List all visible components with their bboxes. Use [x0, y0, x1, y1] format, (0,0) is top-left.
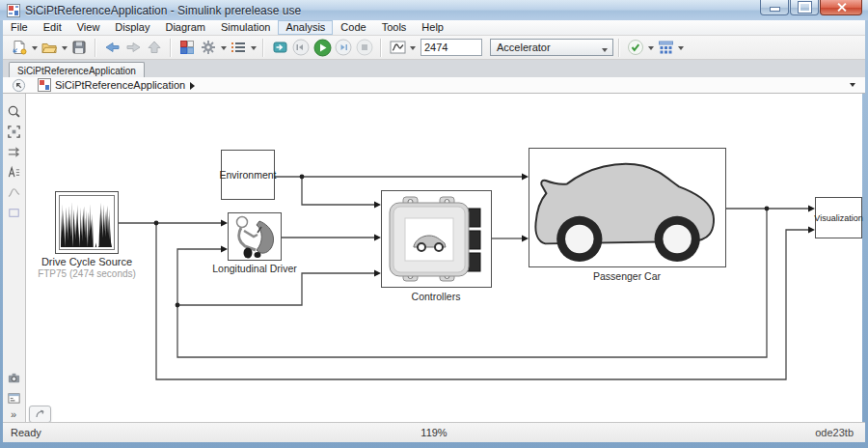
library-browser-button[interactable]	[177, 37, 197, 58]
menu-bar: File Edit View Display Diagram Simulatio…	[3, 20, 865, 36]
signal-list-icon	[231, 40, 246, 55]
breadcrumb-root[interactable]: SiCiPtReferenceApplication	[55, 79, 185, 91]
pan-tool-button[interactable]	[3, 142, 24, 162]
new-model-button[interactable]	[10, 37, 29, 58]
menu-edit[interactable]: Edit	[36, 20, 69, 35]
model-settings-dropdown[interactable]	[221, 46, 227, 53]
run-button[interactable]	[312, 37, 332, 58]
menu-simulation[interactable]: Simulation	[213, 20, 278, 35]
back-button[interactable]	[102, 37, 122, 58]
build-dropdown[interactable]	[678, 46, 684, 53]
zoom-tool-button[interactable]	[3, 101, 24, 122]
toolbar-separator	[95, 39, 96, 57]
navigate-back-button[interactable]	[12, 78, 26, 93]
canvas-popout-button[interactable]	[29, 406, 51, 423]
block-label-environment: Environment	[220, 169, 277, 181]
scope-button[interactable]	[388, 37, 407, 58]
fit-view-icon	[7, 125, 21, 139]
fit-to-view-button[interactable]	[3, 122, 24, 142]
region-box-icon	[7, 206, 21, 220]
model-tab[interactable]: SiCiPtReferenceApplication	[9, 62, 145, 78]
toolbar: Accelerator	[3, 36, 865, 60]
menu-view[interactable]: View	[69, 20, 108, 35]
open-button[interactable]	[40, 37, 59, 58]
annotation-tool-button[interactable]	[3, 162, 24, 182]
title-bar[interactable]: SiCiPtReferenceApplication - Simulink pr…	[0, 0, 868, 20]
signal-table-dropdown[interactable]	[251, 46, 257, 53]
block-passenger-car[interactable]	[529, 148, 726, 267]
block-controllers[interactable]	[381, 190, 492, 288]
build-button[interactable]	[656, 37, 675, 58]
block-longitudinal-driver[interactable]	[228, 212, 282, 261]
block-drive-cycle-source[interactable]	[55, 191, 119, 254]
annotation-icon	[7, 165, 21, 180]
menu-tools[interactable]: Tools	[374, 20, 415, 35]
menu-analysis[interactable]: Analysis	[278, 20, 333, 35]
build-grid-icon	[658, 40, 674, 55]
breadcrumb-expand-icon[interactable]	[190, 82, 199, 90]
data-inspector-icon	[272, 40, 288, 55]
menu-display[interactable]: Display	[107, 20, 157, 35]
block-environment[interactable]: Environment	[221, 150, 275, 200]
up-arrow-icon	[147, 40, 162, 55]
new-model-dropdown[interactable]	[32, 46, 38, 53]
menu-code[interactable]: Code	[333, 20, 373, 35]
zoom-icon	[7, 104, 21, 119]
simulation-mode-select[interactable]: Accelerator	[490, 39, 613, 56]
step-forward-button[interactable]	[334, 37, 353, 58]
palette-more-button[interactable]: »	[3, 408, 24, 420]
stop-time-input[interactable]	[420, 39, 482, 56]
run-icon	[313, 39, 332, 57]
save-icon	[71, 40, 87, 55]
camera-icon	[7, 371, 21, 385]
block-visualization[interactable]: Visualization	[815, 197, 862, 238]
status-solver[interactable]: ode23tb	[815, 427, 854, 438]
block-label-driver: Longitudinal Driver	[197, 263, 312, 274]
breadcrumb-dropdown-icon[interactable]	[850, 83, 855, 90]
menu-diagram[interactable]: Diagram	[157, 20, 213, 35]
open-folder-icon	[41, 40, 57, 55]
model-badge-icon	[38, 78, 51, 92]
viewmark-tool-button[interactable]	[3, 182, 24, 203]
step-forward-icon	[335, 39, 352, 56]
tab-bar: SiCiPtReferenceApplication	[3, 60, 865, 78]
step-back-button[interactable]	[291, 37, 311, 58]
screenshot-button[interactable]	[3, 368, 24, 388]
simulink-app-icon	[7, 4, 20, 17]
model-settings-button[interactable]	[199, 37, 218, 58]
simulation-mode-arrow-icon	[602, 48, 608, 55]
stop-button[interactable]	[355, 37, 374, 58]
menu-help[interactable]: Help	[414, 20, 451, 35]
close-icon	[836, 2, 847, 13]
block-sublabel-drive-cycle: FTP75 (2474 seconds)	[19, 268, 154, 279]
model-tab-label: SiCiPtReferenceApplication	[17, 66, 136, 76]
car-silhouette-icon	[529, 149, 725, 266]
model-advisor-dropdown[interactable]	[648, 46, 654, 53]
data-inspector-button[interactable]	[270, 37, 289, 58]
drive-cycle-waveform-icon	[59, 195, 115, 250]
gear-icon	[201, 40, 216, 55]
menu-file[interactable]: File	[3, 20, 36, 35]
save-button[interactable]	[69, 37, 89, 58]
close-button[interactable]	[820, 0, 862, 15]
maximize-icon	[799, 2, 811, 13]
region-tool-button[interactable]	[3, 203, 24, 223]
forward-button[interactable]	[123, 37, 143, 58]
model-advisor-button[interactable]	[626, 37, 645, 58]
toolbar-separator	[170, 39, 172, 57]
open-dropdown[interactable]	[62, 46, 68, 53]
stop-icon	[356, 39, 373, 56]
toolbar-separator	[262, 39, 264, 57]
block-label-car: Passenger Car	[569, 270, 685, 282]
signal-table-button[interactable]	[229, 37, 248, 58]
scope-dropdown[interactable]	[410, 46, 416, 53]
new-model-icon	[12, 40, 27, 55]
model-browser-button[interactable]	[3, 388, 24, 408]
model-browser-icon	[7, 391, 21, 406]
minimize-button[interactable]	[760, 0, 789, 15]
status-bar: Ready 119% ode23tb	[3, 422, 865, 442]
maximize-button[interactable]	[790, 0, 819, 15]
block-label-controllers: Controllers	[378, 291, 494, 302]
up-to-parent-button[interactable]	[145, 37, 164, 58]
popout-arrow-icon	[35, 409, 46, 419]
